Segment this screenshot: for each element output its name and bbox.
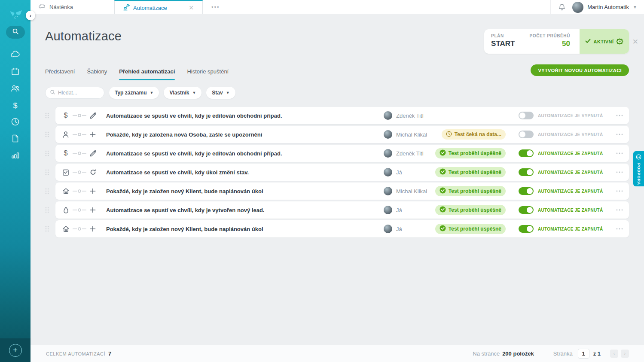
- topbar-user-area: Martin Automatik ▼: [550, 0, 644, 14]
- add-record-button[interactable]: +: [9, 344, 22, 357]
- owner-avatar: [384, 111, 392, 120]
- row-title: Automatizace se spustí ve chvíli, kdy je…: [106, 150, 384, 157]
- automation-card[interactable]: Automatizace se spustí ve chvíli, kdy úk…: [55, 164, 629, 181]
- company-icon: [61, 188, 70, 195]
- row-menu-icon[interactable]: [612, 228, 623, 230]
- sidebar-item-calendar[interactable]: [10, 67, 21, 77]
- automation-toggle[interactable]: [519, 149, 534, 157]
- owner-name: Michal Klikal: [396, 131, 427, 138]
- row-menu-icon[interactable]: [612, 209, 623, 211]
- automation-row: $ Automatizace se spustí ve chvíli, kdy …: [45, 145, 629, 162]
- sidebar-item-documents[interactable]: [10, 134, 21, 144]
- filter-owner[interactable]: Vlastník▼: [164, 87, 201, 99]
- owner-avatar: [384, 206, 392, 214]
- automation-toggle[interactable]: [519, 187, 534, 195]
- sidebar-item-dashboard[interactable]: [10, 51, 21, 60]
- tab-automatizace[interactable]: Automatizace ✕: [114, 0, 203, 14]
- page-close-icon[interactable]: ✕: [632, 38, 638, 46]
- owner-avatar: [384, 225, 392, 233]
- calendar-icon: [11, 67, 20, 78]
- chevron-down-icon: ▼: [633, 5, 637, 9]
- sidebar-search-button[interactable]: [6, 26, 25, 39]
- automation-card[interactable]: Pokaždé, kdy je založen nový Klient, bud…: [55, 220, 629, 237]
- sidebar-expand-button[interactable]: ›: [26, 11, 35, 20]
- filter-record-type[interactable]: Typ záznamu▼: [109, 87, 159, 99]
- drag-handle-icon[interactable]: [45, 188, 55, 194]
- automation-row: Pokaždé, kdy je založen nový Klient, bud…: [45, 183, 629, 200]
- search-icon: [50, 89, 55, 97]
- deal-dollar-icon: $: [61, 149, 70, 157]
- tab-historie-spusteni[interactable]: Historie spuštění: [187, 65, 229, 80]
- tab-predstaveni[interactable]: Představení: [45, 65, 75, 80]
- notifications-button[interactable]: [558, 3, 566, 12]
- automation-toggle[interactable]: [519, 112, 534, 119]
- raynet-logo-icon: [7, 7, 24, 20]
- next-page-button[interactable]: ›: [621, 350, 629, 358]
- close-tab-icon[interactable]: ✕: [188, 4, 195, 11]
- sidebar-item-contacts[interactable]: [10, 84, 21, 94]
- add-icon: [89, 188, 97, 194]
- drag-handle-icon[interactable]: [45, 207, 55, 213]
- filter-state[interactable]: Stav▼: [206, 87, 235, 99]
- automation-card[interactable]: $ Automatizace se spustí ve chvíli, kdy …: [55, 107, 629, 124]
- row-menu-icon[interactable]: [612, 115, 623, 116]
- lead-icon: [61, 207, 70, 214]
- automation-toggle[interactable]: [519, 131, 534, 138]
- row-menu-icon[interactable]: [612, 171, 623, 173]
- add-icon: [89, 131, 97, 137]
- automation-toggle[interactable]: [519, 168, 534, 176]
- row-menu-icon[interactable]: [612, 190, 623, 192]
- connector-icon: [72, 227, 87, 231]
- toggle-state-label: AUTOMATIZACE JE ZAPNUTÁ: [538, 170, 612, 175]
- toggle-state-label: AUTOMATIZACE JE ZAPNUTÁ: [538, 227, 612, 231]
- automation-toggle[interactable]: [519, 225, 534, 233]
- search-box: [45, 87, 104, 99]
- owner-name: Zdeněk Titl: [396, 113, 424, 119]
- chevron-right-icon: ›: [624, 351, 626, 356]
- tab-prehled-automatizaci[interactable]: Přehled automatizací: [119, 65, 175, 80]
- page-number-input[interactable]: [578, 349, 589, 359]
- document-icon: [11, 134, 19, 145]
- clock-icon: [446, 131, 452, 138]
- chevron-down-icon: ▼: [226, 91, 230, 95]
- plan-value: START: [491, 40, 515, 48]
- status-badge: AKTIVNÍ: [580, 29, 629, 54]
- test-status-badge: Test proběhl úspěšně: [435, 148, 506, 158]
- automation-card[interactable]: Automatizace se spustí ve chvíli, kdy je…: [55, 201, 629, 219]
- drag-handle-icon[interactable]: [45, 131, 55, 137]
- user-menu[interactable]: Martin Automatik ▼: [572, 2, 637, 13]
- row-menu-icon[interactable]: [612, 152, 623, 154]
- tab-sablony[interactable]: Šablony: [87, 65, 107, 80]
- prev-page-button[interactable]: ‹: [610, 350, 618, 358]
- create-automation-button[interactable]: VYTVOŘIT NOVOU AUTOMATIZACI: [531, 64, 629, 76]
- toggle-state-label: AUTOMATIZACE JE VYPNUTÁ: [538, 113, 612, 118]
- support-tab[interactable]: PODPORA: [633, 151, 644, 186]
- toggle-state-label: AUTOMATIZACE JE ZAPNUTÁ: [538, 189, 612, 194]
- page-of-label: z 1: [593, 350, 601, 357]
- automation-card[interactable]: Pokaždé, kdy je založena nová Osoba, zaš…: [55, 126, 629, 143]
- sidebar-item-reports[interactable]: [10, 151, 21, 161]
- row-menu-icon[interactable]: [612, 134, 623, 135]
- test-status-badge: Test proběhl úspěšně: [435, 205, 506, 215]
- automation-toggle[interactable]: [519, 206, 534, 214]
- automation-card[interactable]: Pokaždé, kdy je založen nový Klient, bud…: [55, 183, 629, 200]
- clock-icon: [11, 117, 20, 128]
- drag-handle-icon[interactable]: [45, 150, 55, 156]
- add-icon: [89, 226, 97, 232]
- more-tabs-button[interactable]: •••: [203, 0, 229, 14]
- drag-handle-icon[interactable]: [45, 226, 55, 232]
- drag-handle-icon[interactable]: [45, 113, 55, 119]
- per-page-value[interactable]: 200 položek: [502, 350, 534, 357]
- tab-dashboard[interactable]: Nástěnka: [31, 0, 114, 14]
- page-label: Stránka: [553, 350, 573, 357]
- gear-icon[interactable]: [617, 38, 623, 46]
- drag-handle-icon[interactable]: [45, 169, 55, 175]
- sidebar-item-deals[interactable]: $: [10, 101, 21, 110]
- automation-robot-icon: [122, 4, 130, 12]
- automation-row: Automatizace se spustí ve chvíli, kdy je…: [45, 201, 629, 219]
- sidebar-item-activities[interactable]: [10, 118, 21, 127]
- runs-label: POČET PRŮBĚHŮ: [530, 33, 570, 38]
- connector-icon: [72, 189, 87, 193]
- search-input[interactable]: [58, 90, 99, 96]
- automation-card[interactable]: $ Automatizace se spustí ve chvíli, kdy …: [55, 145, 629, 162]
